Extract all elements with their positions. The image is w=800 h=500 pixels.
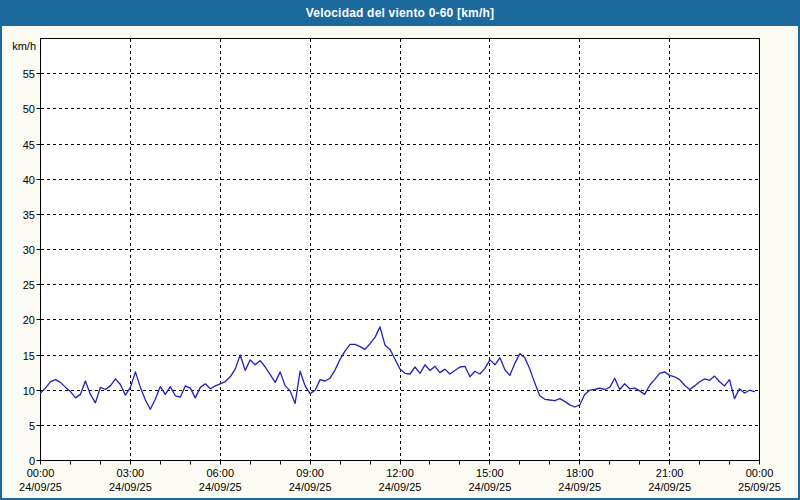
x-date-label: 24/09/25 [648, 481, 691, 493]
wind-speed-chart: 051015202530354045505500:0024/09/2503:00… [0, 0, 800, 500]
x-date-label: 24/09/25 [109, 481, 152, 493]
y-tick-label: 5 [29, 420, 35, 432]
x-date-label: 24/09/25 [199, 481, 242, 493]
y-tick-label: 10 [23, 385, 35, 397]
y-tick-label: 45 [23, 139, 35, 151]
y-tick-label: 0 [29, 455, 35, 467]
x-time-label: 03:00 [117, 467, 145, 479]
x-time-label: 21:00 [656, 467, 684, 479]
x-date-label: 24/09/25 [19, 481, 62, 493]
x-time-label: 00:00 [27, 467, 55, 479]
y-tick-label: 30 [23, 244, 35, 256]
x-date-label: 24/09/25 [558, 481, 601, 493]
x-date-label: 25/09/25 [738, 481, 781, 493]
x-time-label: 15:00 [476, 467, 504, 479]
x-date-label: 24/09/25 [379, 481, 422, 493]
y-tick-label: 15 [23, 350, 35, 362]
x-time-label: 00:00 [746, 467, 774, 479]
y-tick-label: 40 [23, 174, 35, 186]
x-time-label: 18:00 [566, 467, 594, 479]
x-date-label: 24/09/25 [289, 481, 332, 493]
chart-window: Velocidad del viento 0-60 [km/h] km/h 05… [0, 0, 800, 500]
x-time-label: 12:00 [386, 467, 414, 479]
y-tick-label: 20 [23, 314, 35, 326]
x-date-label: 24/09/25 [468, 481, 511, 493]
y-tick-label: 35 [23, 209, 35, 221]
y-tick-label: 55 [23, 68, 35, 80]
y-tick-label: 50 [23, 103, 35, 115]
x-time-label: 09:00 [296, 467, 324, 479]
y-tick-label: 25 [23, 279, 35, 291]
x-time-label: 06:00 [206, 467, 234, 479]
